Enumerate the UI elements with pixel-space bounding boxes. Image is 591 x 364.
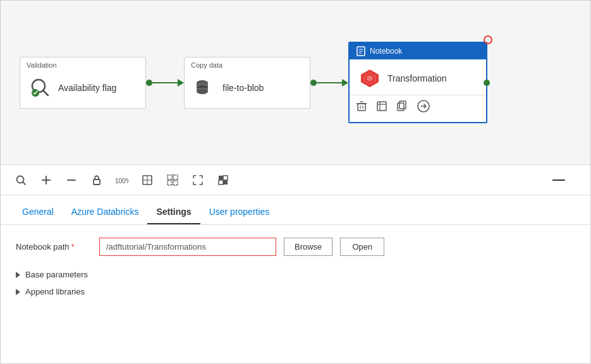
execute-icon[interactable] bbox=[417, 99, 430, 116]
copy-data-icon bbox=[193, 76, 216, 99]
notebook-badge bbox=[484, 35, 492, 44]
tab-azure-databricks[interactable]: Azure Databricks bbox=[63, 203, 148, 224]
search-icon[interactable] bbox=[13, 173, 28, 188]
resize-icon[interactable] bbox=[190, 173, 205, 188]
base-parameters-chevron bbox=[16, 272, 20, 278]
notebook-node[interactable]: Notebook Transformation bbox=[348, 42, 487, 123]
svg-text:100%: 100% bbox=[115, 178, 129, 185]
copy-data-label: file-to-blob bbox=[222, 83, 264, 93]
base-parameters-row[interactable]: Base parameters bbox=[16, 266, 575, 283]
lock-icon[interactable] bbox=[89, 173, 104, 188]
validation-label: Availability flag bbox=[58, 83, 116, 93]
databricks-icon bbox=[358, 67, 381, 90]
notebook-path-input[interactable] bbox=[99, 238, 276, 256]
copy-icon[interactable] bbox=[396, 100, 408, 114]
connector-line-2 bbox=[317, 82, 342, 83]
tab-user-properties[interactable]: User properties bbox=[200, 203, 279, 224]
notebook-title-icon bbox=[356, 46, 366, 56]
copy-data-node[interactable]: Copy data file-to-blob bbox=[184, 57, 310, 109]
pipeline-nodes: Validation Availability flag Copy dat bbox=[20, 42, 487, 123]
svg-point-7 bbox=[197, 89, 208, 94]
toolbar: 100% bbox=[1, 165, 590, 195]
svg-line-29 bbox=[23, 182, 25, 185]
notebook-title-bar: Notebook bbox=[350, 43, 486, 59]
svg-rect-45 bbox=[223, 180, 228, 185]
svg-rect-41 bbox=[173, 181, 178, 185]
right-connector bbox=[484, 80, 490, 86]
connector-dot-2 bbox=[310, 80, 317, 86]
svg-rect-43 bbox=[223, 176, 228, 180]
zoom-in-icon[interactable] bbox=[39, 173, 54, 188]
connector-arrow-1 bbox=[178, 79, 184, 87]
select-icon[interactable] bbox=[165, 173, 180, 188]
svg-line-1 bbox=[43, 90, 48, 95]
svg-rect-16 bbox=[358, 104, 365, 111]
svg-rect-25 bbox=[398, 103, 404, 111]
connector-arrow-2 bbox=[342, 79, 348, 87]
settings-panel: Notebook path* Browse Open Base paramete… bbox=[1, 225, 590, 313]
connector-2 bbox=[310, 79, 348, 87]
svg-rect-44 bbox=[219, 180, 223, 185]
svg-rect-40 bbox=[168, 181, 172, 185]
notebook-path-label: Notebook path* bbox=[16, 242, 92, 252]
zoom-out-icon[interactable] bbox=[64, 173, 79, 188]
connector-1 bbox=[146, 79, 184, 87]
svg-rect-38 bbox=[168, 175, 172, 179]
validation-body: Availability flag bbox=[20, 70, 145, 108]
tabs-bar: General Azure Databricks Settings User p… bbox=[1, 195, 590, 225]
svg-rect-39 bbox=[173, 175, 178, 179]
base-parameters-label: Base parameters bbox=[25, 270, 88, 279]
toolbar-divider bbox=[552, 179, 565, 181]
copy-data-body: file-to-blob bbox=[185, 70, 310, 108]
fit-page-icon[interactable] bbox=[140, 173, 155, 188]
svg-rect-21 bbox=[377, 102, 386, 111]
svg-rect-42 bbox=[219, 176, 223, 180]
notebook-body: Transformation bbox=[350, 59, 486, 95]
open-button[interactable]: Open bbox=[340, 238, 384, 256]
svg-rect-33 bbox=[94, 179, 100, 185]
zoom-100-icon[interactable]: 100% bbox=[114, 173, 130, 188]
validation-node[interactable]: Validation Availability flag bbox=[20, 57, 146, 109]
delete-icon[interactable] bbox=[356, 100, 367, 114]
notebook-title-label: Notebook bbox=[370, 47, 402, 56]
notebook-label: Transformation bbox=[387, 73, 447, 83]
view-icon[interactable] bbox=[376, 100, 387, 114]
append-libraries-row[interactable]: Append libraries bbox=[16, 283, 575, 300]
validation-icon bbox=[29, 76, 52, 99]
append-libraries-chevron bbox=[16, 289, 20, 295]
validation-title: Validation bbox=[20, 58, 145, 70]
copy-data-title: Copy data bbox=[185, 58, 310, 70]
append-libraries-label: Append libraries bbox=[25, 287, 85, 296]
notebook-path-row: Notebook path* Browse Open bbox=[16, 238, 575, 256]
tab-general[interactable]: General bbox=[13, 203, 63, 224]
browse-button[interactable]: Browse bbox=[284, 238, 332, 256]
required-star: * bbox=[71, 242, 75, 252]
tab-settings[interactable]: Settings bbox=[147, 203, 200, 224]
notebook-actions bbox=[350, 95, 486, 122]
connector-line-1 bbox=[152, 82, 178, 83]
layers-icon[interactable] bbox=[216, 173, 231, 188]
pipeline-canvas: Validation Availability flag Copy dat bbox=[1, 1, 590, 165]
connector-dot-1 bbox=[146, 80, 152, 86]
svg-rect-24 bbox=[399, 101, 406, 109]
